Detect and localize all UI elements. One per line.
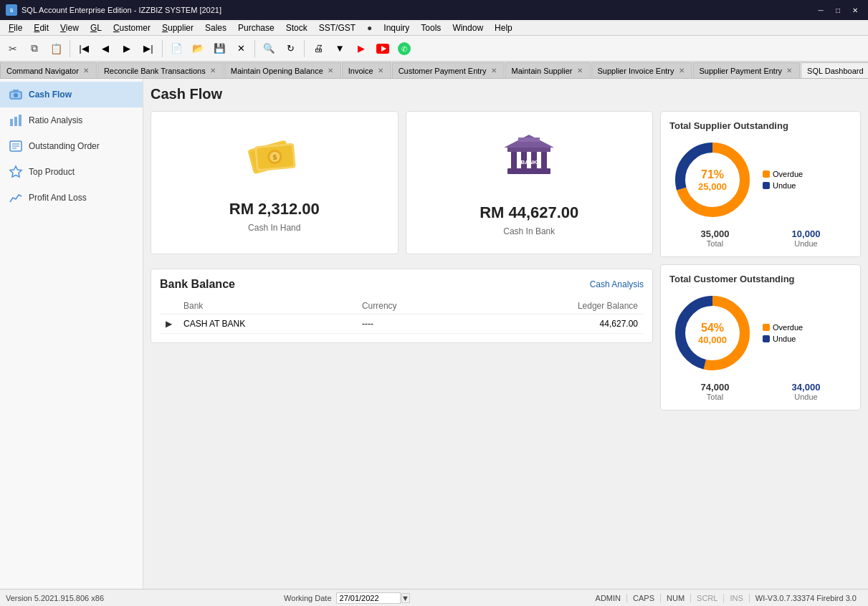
sidebar-item-ratio[interactable]: Ratio Analysis xyxy=(0,107,143,133)
toolbar-delete[interactable]: ✕ xyxy=(231,39,251,59)
menu-bar: File Edit View GL Customer Supplier Sale… xyxy=(0,20,868,36)
sidebar-top-product-label: Top Product xyxy=(29,167,75,177)
customer-overdue-label: Overdue xyxy=(773,323,803,332)
menu-sales[interactable]: Sales xyxy=(199,21,232,34)
tab-close-invoice[interactable]: ✕ xyxy=(376,67,385,75)
date-dropdown-button[interactable]: ▼ xyxy=(401,593,410,603)
window-title: SQL Account Enterprise Edition - IZZBIZ … xyxy=(22,6,814,14)
bank-balance-header: Bank Balance Cash Analysis xyxy=(160,278,644,291)
bank-col-indicator xyxy=(160,298,178,314)
bank-balance-amount: 44,627.00 xyxy=(469,314,644,334)
toolbar-open[interactable]: 📂 xyxy=(188,39,208,59)
status-scrl: SCRL xyxy=(691,594,724,602)
cash-in-hand-label: Cash In Hand xyxy=(248,223,300,233)
toolbar-copy[interactable]: ⧉ xyxy=(24,39,44,59)
tab-label: Supplier Invoice Entry xyxy=(598,67,674,75)
menu-inquiry[interactable]: Inquiry xyxy=(378,21,415,34)
version-label: Version 5.2021.915.806 x86 xyxy=(6,594,104,602)
tab-command-navigator[interactable]: Command Navigator ✕ xyxy=(0,62,97,78)
bank-col-currency: Currency xyxy=(356,298,469,314)
toolbar-cut[interactable]: ✂ xyxy=(3,39,23,59)
toolbar-youtube[interactable] xyxy=(373,39,393,59)
menu-customer[interactable]: Customer xyxy=(108,21,156,34)
tab-close-supplier-payment[interactable]: ✕ xyxy=(785,67,793,75)
toolbar-paste[interactable]: 📋 xyxy=(46,39,66,59)
app-icon: S xyxy=(6,4,17,16)
tab-invoice[interactable]: Invoice ✕ xyxy=(342,62,391,78)
cash-analysis-link[interactable]: Cash Analysis xyxy=(590,279,644,289)
menu-help[interactable]: Help xyxy=(489,21,518,34)
minimize-button[interactable]: ─ xyxy=(814,4,828,16)
supplier-legend-undue: Undue xyxy=(763,181,803,190)
tab-label: Command Navigator xyxy=(6,67,79,75)
toolbar-email[interactable]: ▶ xyxy=(351,39,371,59)
tab-close-supplier-invoice[interactable]: ✕ xyxy=(677,67,686,75)
tab-close-command-navigator[interactable]: ✕ xyxy=(82,67,90,75)
tab-close-reconcile[interactable]: ✕ xyxy=(209,67,217,75)
toolbar-last[interactable]: ▶| xyxy=(138,39,158,59)
bank-name: CASH AT BANK xyxy=(178,314,356,334)
tab-close-opening-balance[interactable]: ✕ xyxy=(326,67,335,75)
toolbar-search[interactable]: 🔍 xyxy=(259,39,279,59)
sidebar-ratio-label: Ratio Analysis xyxy=(29,115,82,125)
toolbar-save[interactable]: 💾 xyxy=(209,39,229,59)
toolbar-whatsapp[interactable]: ✆ xyxy=(394,39,414,59)
cash-in-bank-card: BANK RM 44,627.00 Cash In Bank xyxy=(406,111,654,254)
bank-balance-table: Bank Currency Ledger Balance ▶ CASH AT B… xyxy=(160,298,644,334)
sidebar-item-profit-loss[interactable]: Profit And Loss xyxy=(0,185,143,211)
menu-supplier[interactable]: Supplier xyxy=(156,21,199,34)
toolbar-refresh[interactable]: ↻ xyxy=(280,39,300,59)
menu-stock[interactable]: Stock xyxy=(280,21,313,34)
cash-in-hand-icon: $ $ xyxy=(246,133,303,186)
toolbar-new[interactable]: 📄 xyxy=(166,39,186,59)
search-icon: 🔍 xyxy=(263,43,275,54)
toolbar-print[interactable]: 🖨 xyxy=(308,39,328,59)
toolbar-sep-3 xyxy=(254,40,255,57)
status-caps: CAPS xyxy=(627,594,661,602)
close-button[interactable]: ✕ xyxy=(848,4,862,16)
toolbar-print-dropdown[interactable]: ▼ xyxy=(330,39,350,59)
toolbar-prev[interactable]: ◀ xyxy=(95,39,115,59)
menu-sst[interactable]: SST/GST xyxy=(313,21,361,34)
tab-supplier-payment[interactable]: Supplier Payment Entry ✕ xyxy=(693,62,801,78)
supplier-legend-overdue: Overdue xyxy=(763,170,803,178)
tab-close-maintain-supplier[interactable]: ✕ xyxy=(576,67,584,75)
toolbar-first[interactable]: |◀ xyxy=(74,39,94,59)
tab-label: Maintain Opening Balance xyxy=(231,67,323,75)
svg-rect-11 xyxy=(14,117,17,126)
tab-supplier-invoice[interactable]: Supplier Invoice Entry ✕ xyxy=(591,62,692,78)
tab-sql-dashboard[interactable]: SQL Dashboard ✕ xyxy=(801,62,868,78)
menu-gl[interactable]: GL xyxy=(85,21,108,34)
menu-file[interactable]: File xyxy=(3,21,28,34)
maximize-button[interactable]: □ xyxy=(831,4,845,16)
menu-view[interactable]: View xyxy=(54,21,85,34)
menu-window[interactable]: Window xyxy=(447,21,489,34)
supplier-donut-container: 71% 25,000 Overdue Undue xyxy=(669,137,852,223)
sidebar-item-top-product[interactable]: Top Product xyxy=(0,159,143,185)
svg-rect-28 xyxy=(507,168,550,174)
tab-maintain-supplier[interactable]: Maintain Supplier ✕ xyxy=(505,62,591,78)
tab-opening-balance[interactable]: Maintain Opening Balance ✕ xyxy=(224,62,341,78)
working-date-label: Working Date xyxy=(284,594,331,602)
save-icon: 💾 xyxy=(214,43,226,54)
working-date-input[interactable] xyxy=(336,592,401,604)
sidebar-item-cashflow[interactable]: Cash Flow xyxy=(0,82,143,107)
menu-edit[interactable]: Edit xyxy=(28,21,54,34)
menu-dot: ● xyxy=(361,21,378,34)
tab-reconcile[interactable]: Reconcile Bank Transactions ✕ xyxy=(97,62,224,78)
svg-rect-33 xyxy=(507,148,550,152)
supplier-undue-label: Undue xyxy=(792,239,821,248)
page-title: Cash Flow xyxy=(151,86,861,102)
tab-close-customer-payment[interactable]: ✕ xyxy=(490,67,498,75)
menu-tools[interactable]: Tools xyxy=(415,21,447,34)
customer-outstanding-card: Total Customer Outstanding 54% xyxy=(660,264,861,410)
email-icon: ▶ xyxy=(358,43,365,54)
open-icon: 📂 xyxy=(192,43,204,54)
table-row[interactable]: ▶ CASH AT BANK ---- 44,627.00 xyxy=(160,314,644,334)
tab-customer-payment[interactable]: Customer Payment Entry ✕ xyxy=(392,62,505,78)
title-bar: S SQL Account Enterprise Edition - IZZBI… xyxy=(0,0,868,20)
refresh-icon: ↻ xyxy=(287,43,295,54)
sidebar-item-outstanding[interactable]: Outstanding Order xyxy=(0,133,143,159)
menu-purchase[interactable]: Purchase xyxy=(232,21,280,34)
toolbar-next[interactable]: ▶ xyxy=(117,39,137,59)
